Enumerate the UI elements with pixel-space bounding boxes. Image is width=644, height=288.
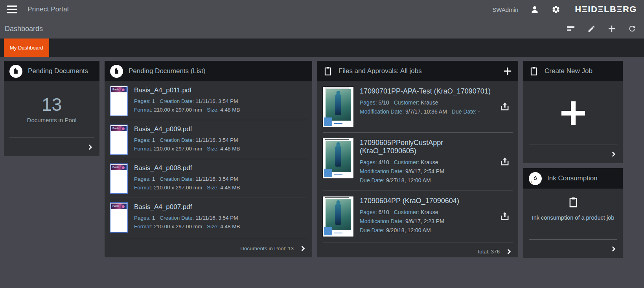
document-info: Basis_A4_p009.pdf Pages: 1Creation Date:… — [134, 125, 240, 155]
document-meta: Format: 210.00 x 297.00 mmSize: 4.48 MB — [134, 222, 240, 231]
pdf-thumbnail: Basis — [110, 163, 128, 194]
job-meta: Modification Date: 9/6/17, 2:54 PM — [360, 167, 493, 176]
document-info: Basis_A4_p007.pdf Pages: 1Creation Date:… — [134, 202, 240, 233]
card-title: Ink Consumption — [547, 174, 598, 182]
open-pending-documents-chevron[interactable] — [86, 143, 94, 151]
documents-count: 13 — [42, 95, 62, 114]
clipboard-icon — [529, 66, 539, 76]
refresh-icon[interactable] — [627, 24, 637, 33]
card-header: Create New Job — [523, 61, 623, 81]
card-title: Pending Documents (List) — [129, 67, 206, 75]
document-row[interactable]: Basis Basis_A4_p008.pdf Pages: 1Creation… — [105, 159, 312, 198]
upload-icon[interactable] — [499, 211, 510, 222]
sort-icon[interactable] — [566, 24, 576, 33]
card-pending-documents: Pending Documents 13 Documents in Pool — [4, 61, 99, 156]
job-meta: Modification Date: 9/7/17, 10:36 AMDue D… — [360, 107, 491, 116]
open-create-job-chevron[interactable] — [610, 150, 617, 158]
job-row[interactable]: 17090604PP (KraO_17090604) Pages: 6/10Cu… — [317, 191, 518, 242]
job-meta: Modification Date: 9/6/17, 2:23 PM — [360, 217, 459, 226]
document-row[interactable]: Basis Basis_A4_p009.pdf Pages: 1Creation… — [105, 120, 312, 159]
document-info: Basis_A4_p008.pdf Pages: 1Creation Date:… — [134, 163, 240, 194]
plus-minus-marks: +− — [531, 181, 535, 184]
job-name: 17090604PP (KraO_17090604) — [360, 197, 459, 205]
big-plus-icon — [561, 101, 585, 125]
document-name: Basis_A4_p007.pdf — [134, 203, 240, 211]
document-name: Basis_A4_p011.pdf — [134, 86, 240, 94]
open-ink-consumption-chevron[interactable] — [610, 245, 617, 253]
document-meta: Pages: 1Creation Date: 11/11/16, 3:54 PM — [134, 136, 240, 145]
upload-icon[interactable] — [499, 101, 510, 112]
document-meta: Format: 210.00 x 297.00 mmSize: 4.48 MB — [134, 183, 240, 192]
document-pool-icon — [9, 65, 22, 78]
card-header: Files and Approvals: All jobs — [317, 61, 518, 81]
job-meta: Pages: 5/10Customer: Krause — [360, 98, 491, 107]
document-info: Basis_A4_p011.pdf Pages: 1Creation Date:… — [134, 86, 240, 116]
pool-total-label: Documents in Pool: 13 — [240, 246, 294, 251]
thumbnail-banner: Basis — [111, 87, 127, 92]
jobs-total-label: Total: 376 — [477, 249, 500, 255]
heidelberg-logo: HΞIDΞLBΞRG — [575, 4, 637, 15]
job-row[interactable]: 17090701PP-APA-Test (KraO_17090701) Page… — [317, 81, 518, 132]
document-meta: Format: 210.00 x 297.00 mmSize: 4.48 MB — [134, 145, 240, 153]
card-files-approvals: Files and Approvals: All jobs 17090701PP… — [317, 61, 518, 257]
job-info: 17090701PP-APA-Test (KraO_17090701) Page… — [360, 87, 491, 127]
create-job-button[interactable] — [523, 81, 623, 145]
tab-strip: My Dashboard — [0, 39, 644, 57]
pdf-thumbnail: Basis — [110, 125, 128, 155]
job-thumbnail — [323, 138, 353, 178]
ink-description: Ink consumption of a product job — [528, 215, 618, 221]
job-row[interactable]: 17090605PPonlyCustAppr (KraO_17090605) P… — [317, 133, 518, 191]
dashboard-content: Pending Documents 13 Documents in Pool P… — [0, 57, 644, 262]
job-info: 17090605PPonlyCustAppr (KraO_17090605) P… — [360, 138, 493, 185]
job-thumbnail — [323, 196, 353, 237]
document-row[interactable]: Basis Basis_A4_p011.pdf Pages: 1Creation… — [105, 81, 312, 120]
card-header: Pending Documents (List) — [105, 61, 312, 81]
card-create-new-job: Create New Job — [523, 61, 623, 163]
username-label: SWAdmin — [492, 6, 518, 13]
card-ink-consumption: +− Ink Consumption Ink consumption of a … — [523, 168, 623, 258]
job-meta: Due Date: 9/27/18, 12:00 AM — [360, 176, 493, 185]
page-title: Dashboards — [5, 25, 43, 33]
thumbnail-banner: Basis — [111, 204, 127, 209]
top-bar-right: SWAdmin HΞIDΞLBΞRG — [492, 4, 637, 15]
document-row[interactable]: Basis Basis_A4_p007.pdf Pages: 1Creation… — [105, 198, 312, 237]
card-header: Pending Documents — [4, 61, 99, 81]
job-name: 17090605PPonlyCustAppr (KraO_17090605) — [360, 139, 493, 155]
hamburger-menu-icon[interactable] — [7, 6, 17, 13]
thumbnail-banner: Basis — [111, 165, 127, 170]
job-name: 17090701PP-APA-Test (KraO_17090701) — [360, 87, 491, 95]
document-meta: Pages: 1Creation Date: 11/11/16, 3:54 PM — [134, 175, 240, 183]
add-job-icon[interactable] — [502, 66, 513, 76]
clipboard-icon — [323, 66, 333, 76]
user-icon[interactable] — [530, 5, 539, 14]
add-dashboard-icon[interactable] — [607, 24, 616, 33]
dashboards-bar: Dashboards — [0, 19, 644, 39]
dashboard-toolbar — [566, 24, 637, 33]
card-title: Create New Job — [545, 67, 592, 75]
document-name: Basis_A4_p009.pdf — [134, 125, 240, 133]
ink-drop-icon: +− — [529, 172, 542, 185]
card-title: Pending Documents — [28, 67, 88, 75]
job-thumbnail — [323, 87, 353, 127]
clipboard-icon — [567, 196, 579, 208]
job-meta: Pages: 6/10Customer: Krause — [360, 208, 459, 217]
thumbnail-banner: Basis — [111, 126, 127, 131]
tab-my-dashboard[interactable]: My Dashboard — [4, 39, 49, 57]
document-name: Basis_A4_p008.pdf — [134, 164, 240, 172]
document-pool-icon — [110, 65, 123, 78]
pdf-thumbnail: Basis — [110, 202, 128, 233]
top-bar: Prinect Portal SWAdmin HΞIDΞLBΞRG — [0, 0, 644, 19]
job-info: 17090604PP (KraO_17090604) Pages: 6/10Cu… — [360, 196, 459, 237]
job-meta: Pages: 4/10Customer: Krause — [360, 158, 493, 167]
open-document-list-chevron[interactable] — [299, 245, 307, 252]
document-meta: Pages: 1Creation Date: 11/11/16, 3:54 PM — [134, 97, 240, 106]
settings-gear-icon[interactable] — [551, 5, 561, 14]
open-jobs-chevron[interactable] — [505, 248, 513, 255]
document-meta: Format: 210.00 x 297.00 mmSize: 4.48 MB — [134, 106, 240, 114]
document-meta: Pages: 1Creation Date: 11/11/16, 3:54 PM — [134, 214, 240, 222]
edit-pencil-icon[interactable] — [587, 24, 596, 33]
job-meta: Due Date: 9/20/18, 12:00 AM — [360, 226, 459, 235]
ink-consumption-body[interactable]: Ink consumption of a product job — [523, 189, 623, 239]
card-pending-documents-list: Pending Documents (List) Basis Basis_A4_… — [105, 61, 312, 257]
upload-icon[interactable] — [499, 156, 510, 167]
